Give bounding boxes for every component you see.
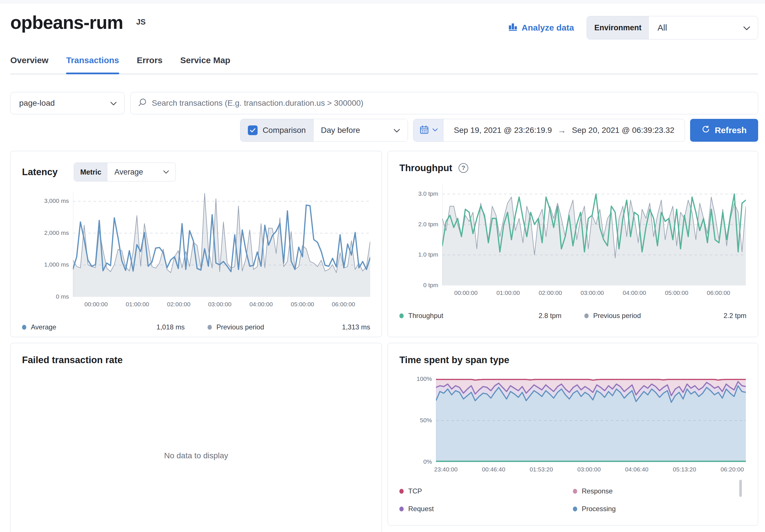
latency-panel: Latency Metric Average 3,000 ms2,000 ms1… <box>10 151 382 337</box>
legend-label: Response <box>582 487 746 495</box>
refresh-button[interactable]: Refresh <box>690 119 758 142</box>
throughput-panel: Throughput ? 3.0 tpm2.0 tpm1.0 tpm0 tpm0… <box>387 151 758 337</box>
environment-select[interactable]: Environment All <box>587 16 758 39</box>
legend-item[interactable]: Throughput2.8 tpm <box>399 312 561 320</box>
refresh-icon <box>702 125 710 136</box>
y-axis-tick: 50% <box>420 417 432 424</box>
date-range-start[interactable]: Sep 19, 2021 @ 23:26:19.9 <box>444 126 554 135</box>
legend-dot <box>584 313 589 318</box>
x-axis-tick: 06:20:00 <box>720 466 744 473</box>
legend-dot <box>399 489 403 494</box>
throughput-chart[interactable]: 3.0 tpm2.0 tpm1.0 tpm0 tpm00:00:0001:00:… <box>442 185 746 299</box>
tab-errors[interactable]: Errors <box>137 55 163 74</box>
legend-dot <box>399 507 403 511</box>
x-axis-tick: 01:00:00 <box>126 301 149 308</box>
x-axis-tick: 04:00:00 <box>249 301 273 308</box>
date-range-picker: Sep 19, 2021 @ 23:26:19.9 → Sep 20, 2021… <box>413 119 685 142</box>
legend-label: Request <box>408 505 573 513</box>
chevron-down-icon <box>110 99 117 108</box>
tab-overview[interactable]: Overview <box>10 55 48 74</box>
environment-value: All <box>657 23 667 33</box>
time-spent-panel: Time spent by span type 100%50%0%23:40:0… <box>387 343 758 526</box>
y-axis-tick: 1.0 tpm <box>418 251 438 258</box>
legend-scrollbar[interactable] <box>739 480 742 497</box>
y-axis-tick: 0% <box>423 458 432 465</box>
quick-select-menu[interactable] <box>413 119 444 141</box>
x-axis-tick: 05:00:00 <box>665 289 688 296</box>
service-tabs: Overview Transactions Errors Service Map <box>10 55 758 74</box>
x-axis-tick: 06:00:00 <box>707 289 730 296</box>
latency-legend: Average1,018 msPrevious period1,313 ms <box>22 323 370 331</box>
legend-dot <box>22 325 26 330</box>
legend-value: 2.8 tpm <box>538 312 561 320</box>
x-axis-tick: 00:00:00 <box>84 301 108 308</box>
x-axis-tick: 04:06:40 <box>625 466 649 473</box>
legend-item[interactable]: Processing <box>573 505 746 513</box>
y-axis-tick: 3,000 ms <box>44 197 69 204</box>
transaction-search[interactable] <box>130 92 758 114</box>
legend-item[interactable]: Previous period1,313 ms <box>208 323 370 331</box>
legend-item[interactable]: Response <box>573 487 746 495</box>
time-spent-chart[interactable]: 100%50%0%23:40:0000:46:4001:53:2003:00:0… <box>436 378 746 476</box>
question-circle-icon[interactable]: ? <box>458 163 468 173</box>
agent-badge-js: JS <box>136 18 146 27</box>
page-title: opbeans-rum <box>10 13 123 32</box>
legend-dot <box>208 325 212 330</box>
time-spent-title: Time spent by span type <box>399 355 746 366</box>
comparison-label: Comparison <box>263 126 306 135</box>
legend-item[interactable]: TCP <box>399 487 573 495</box>
analyze-data-link[interactable]: Analyze data <box>508 22 574 34</box>
latency-metric-select[interactable]: Metric Average <box>74 162 176 181</box>
x-axis-tick: 00:46:40 <box>482 466 505 473</box>
x-axis-tick: 01:53:20 <box>530 466 553 473</box>
search-icon <box>138 98 147 109</box>
failed-rate-title: Failed transaction rate <box>22 355 370 366</box>
page-header: opbeans-rum JS Analyze data Environment … <box>10 3 758 39</box>
x-axis-tick: 01:00:00 <box>496 289 520 296</box>
x-axis-tick: 03:00:00 <box>581 289 604 296</box>
legend-dot <box>399 313 403 318</box>
comparison-period-select[interactable]: Day before <box>313 119 408 141</box>
date-range-end[interactable]: Sep 20, 2021 @ 06:39:23.32 <box>570 126 685 135</box>
search-input[interactable] <box>152 99 751 108</box>
x-axis-tick: 03:00:00 <box>577 466 601 473</box>
legend-label: Processing <box>582 505 746 513</box>
chevron-down-icon <box>163 170 169 174</box>
apm-service-overview-page: opbeans-rum JS Analyze data Environment … <box>0 0 765 532</box>
legend-item[interactable]: Previous period2.2 tpm <box>584 312 746 320</box>
latency-chart[interactable]: 3,000 ms2,000 ms1,000 ms0 ms00:00:0001:0… <box>73 192 370 311</box>
chevron-down-icon <box>432 128 438 133</box>
tab-transactions[interactable]: Transactions <box>66 55 119 74</box>
chevron-down-icon <box>393 126 400 135</box>
comparison-control: Comparison Day before <box>240 119 408 142</box>
y-axis-tick: 2,000 ms <box>44 229 69 236</box>
legend-label: TCP <box>408 487 573 495</box>
x-axis-tick: 04:00:00 <box>623 289 646 296</box>
legend-label: Average <box>31 323 156 331</box>
no-data-message: No data to display <box>22 451 370 460</box>
y-axis-tick: 1,000 ms <box>44 261 69 268</box>
x-axis-tick: 02:00:00 <box>167 301 190 308</box>
failed-transaction-rate-panel: Failed transaction rate No data to displ… <box>10 343 382 532</box>
x-axis-tick: 23:40:00 <box>434 466 458 473</box>
legend-dot <box>573 507 577 511</box>
legend-item[interactable]: Average1,018 ms <box>22 323 185 331</box>
bar-chart-icon <box>508 22 518 34</box>
legend-label: Previous period <box>217 323 342 331</box>
arrow-right-icon: → <box>554 126 570 135</box>
y-axis-tick: 2.0 tpm <box>418 221 438 228</box>
y-axis-tick: 100% <box>416 376 432 382</box>
x-axis-tick: 05:00:00 <box>291 301 314 308</box>
legend-dot <box>573 489 577 494</box>
transaction-type-select[interactable]: page-load <box>10 92 125 114</box>
latency-title: Latency <box>22 166 58 177</box>
legend-item[interactable]: Request <box>399 505 573 513</box>
tab-service-map[interactable]: Service Map <box>180 55 231 74</box>
x-axis-tick: 02:00:00 <box>538 289 562 296</box>
legend-value: 2.2 tpm <box>724 312 746 320</box>
comparison-checkbox[interactable] <box>248 126 258 135</box>
throughput-title: Throughput <box>399 162 452 173</box>
environment-label: Environment <box>587 16 649 39</box>
x-axis-tick: 03:00:00 <box>208 301 232 308</box>
calendar-icon <box>419 125 429 136</box>
